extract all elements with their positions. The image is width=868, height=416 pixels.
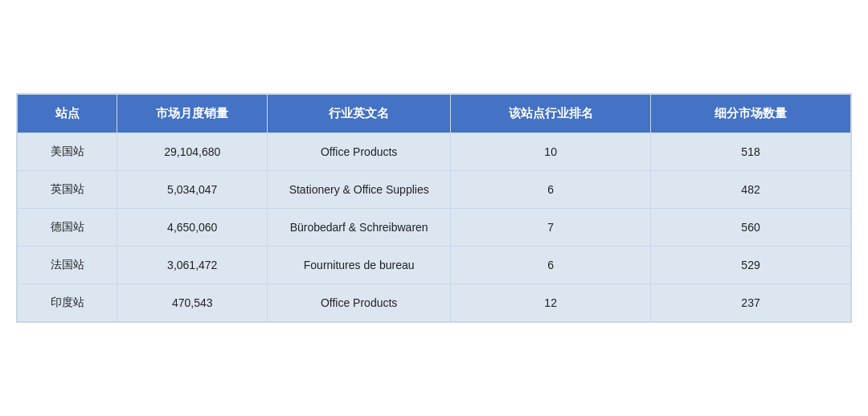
header-monthly-sales: 市场月度销量	[117, 95, 268, 133]
header-industry-name: 行业英文名	[268, 95, 451, 133]
table-row: 美国站29,104,680Office Products10518	[18, 133, 851, 171]
cell-site: 印度站	[18, 284, 117, 322]
cell-site-rank: 10	[451, 133, 651, 171]
main-table-wrapper: 站点 市场月度销量 行业英文名 该站点行业排名 细分市场数量 美国站29,104…	[16, 93, 852, 323]
cell-monthly-sales: 29,104,680	[117, 133, 268, 171]
header-sub-market: 细分市场数量	[651, 95, 851, 133]
cell-industry-name: Stationery & Office Supplies	[268, 171, 451, 209]
header-site: 站点	[18, 95, 117, 133]
cell-sub-market: 529	[651, 247, 851, 284]
cell-site-rank: 7	[451, 209, 651, 247]
cell-sub-market: 560	[651, 209, 851, 247]
cell-site: 英国站	[18, 171, 117, 209]
cell-sub-market: 482	[651, 171, 851, 209]
table-row: 印度站470,543Office Products12237	[18, 284, 851, 322]
cell-monthly-sales: 5,034,047	[117, 171, 268, 209]
cell-site: 法国站	[18, 247, 117, 284]
cell-monthly-sales: 3,061,472	[117, 247, 268, 284]
cell-sub-market: 518	[651, 133, 851, 171]
table-header-row: 站点 市场月度销量 行业英文名 该站点行业排名 细分市场数量	[18, 95, 851, 133]
cell-site-rank: 6	[451, 171, 651, 209]
data-table: 站点 市场月度销量 行业英文名 该站点行业排名 细分市场数量 美国站29,104…	[17, 94, 851, 322]
table-row: 法国站3,061,472Fournitures de bureau6529	[18, 247, 851, 284]
cell-site-rank: 6	[451, 247, 651, 284]
cell-industry-name: Fournitures de bureau	[268, 247, 451, 284]
header-site-rank: 该站点行业排名	[451, 95, 651, 133]
cell-site: 德国站	[18, 209, 117, 247]
table-row: 德国站4,650,060Bürobedarf & Schreibwaren756…	[18, 209, 851, 247]
cell-site: 美国站	[18, 133, 117, 171]
cell-monthly-sales: 4,650,060	[117, 209, 268, 247]
cell-industry-name: Office Products	[268, 284, 451, 322]
cell-industry-name: Office Products	[268, 133, 451, 171]
cell-industry-name: Bürobedarf & Schreibwaren	[268, 209, 451, 247]
cell-monthly-sales: 470,543	[117, 284, 268, 322]
table-row: 英国站5,034,047Stationery & Office Supplies…	[18, 171, 851, 209]
cell-sub-market: 237	[651, 284, 851, 322]
cell-site-rank: 12	[451, 284, 651, 322]
